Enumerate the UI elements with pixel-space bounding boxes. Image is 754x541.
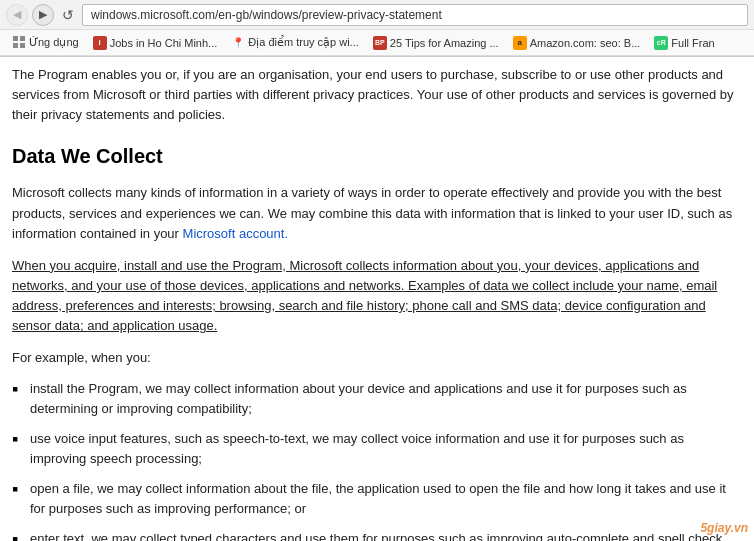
page-content: The Program enables you or, if you are a… <box>0 57 754 541</box>
navigation-bar: ◀ ▶ ↺ <box>0 0 754 30</box>
bookmark-icon-amazon: a <box>513 36 527 50</box>
bookmark-icon-bp: BP <box>373 36 387 50</box>
bookmark-icon-ung-dung <box>12 36 26 50</box>
bookmark-label-bp: 25 Tips for Amazing ... <box>390 37 499 49</box>
bullet-text-2: open a file, we may collect information … <box>30 479 742 519</box>
body-text-main: Microsoft collects many kinds of informa… <box>12 185 732 240</box>
bullet-text-3: enter text, we may collect typed charact… <box>30 529 742 541</box>
bookmark-label-ung-dung: Ứng dụng <box>29 36 79 49</box>
bullet-item-0: ▪ install the Program, we may collect in… <box>12 379 742 419</box>
intro-paragraph: The Program enables you or, if you are a… <box>12 65 742 125</box>
bookmark-label-jobs: Jobs in Ho Chi Minh... <box>110 37 218 49</box>
bookmark-label-dia-diem: Địa điểm truy cập wi... <box>248 36 359 49</box>
body-paragraph: Microsoft collects many kinds of informa… <box>12 183 742 243</box>
bullet-text-1: use voice input features, such as speech… <box>30 429 742 469</box>
browser-chrome: ◀ ▶ ↺ Ứng dụng i Jobs in Ho Chi Minh... … <box>0 0 754 57</box>
svg-rect-3 <box>20 43 25 48</box>
bookmark-icon-full: cR <box>654 36 668 50</box>
microsoft-account-link[interactable]: Microsoft account. <box>183 226 289 241</box>
underlined-paragraph: When you acquire, install and use the Pr… <box>12 256 742 337</box>
bookmark-jobs[interactable]: i Jobs in Ho Chi Minh... <box>87 34 224 52</box>
bookmark-full[interactable]: cR Full Fran <box>648 34 720 52</box>
back-button[interactable]: ◀ <box>6 4 28 26</box>
bullet-item-1: ▪ use voice input features, such as spee… <box>12 429 742 469</box>
bullet-marker-2: ▪ <box>12 479 26 501</box>
forward-button[interactable]: ▶ <box>32 4 54 26</box>
address-bar[interactable] <box>82 4 748 26</box>
svg-rect-1 <box>20 36 25 41</box>
bullet-marker-0: ▪ <box>12 379 26 401</box>
section-heading-data-we-collect: Data We Collect <box>12 141 742 171</box>
svg-rect-2 <box>13 43 18 48</box>
bullet-text-0: install the Program, we may collect info… <box>30 379 742 419</box>
bookmark-label-amazon: Amazon.com: seo: B... <box>530 37 641 49</box>
bookmark-icon-dia-diem: 📍 <box>231 36 245 50</box>
bullet-marker-1: ▪ <box>12 429 26 451</box>
bookmark-ung-dung[interactable]: Ứng dụng <box>6 34 85 52</box>
underlined-text-span: When you acquire, install and use the Pr… <box>12 258 717 333</box>
bookmark-dia-diem[interactable]: 📍 Địa điểm truy cập wi... <box>225 34 365 52</box>
bookmarks-bar: Ứng dụng i Jobs in Ho Chi Minh... 📍 Địa … <box>0 30 754 56</box>
bookmark-icon-jobs: i <box>93 36 107 50</box>
bookmark-label-full: Full Fran <box>671 37 714 49</box>
svg-rect-0 <box>13 36 18 41</box>
bookmark-amazon[interactable]: a Amazon.com: seo: B... <box>507 34 647 52</box>
for-example-text: For example, when you: <box>12 348 742 368</box>
bullet-list: ▪ install the Program, we may collect in… <box>12 379 742 541</box>
bullet-item-3: ▪ enter text, we may collect typed chara… <box>12 529 742 541</box>
bookmark-bp[interactable]: BP 25 Tips for Amazing ... <box>367 34 505 52</box>
bullet-marker-3: ▪ <box>12 529 26 541</box>
bullet-item-2: ▪ open a file, we may collect informatio… <box>12 479 742 519</box>
reload-button[interactable]: ↺ <box>58 5 78 25</box>
